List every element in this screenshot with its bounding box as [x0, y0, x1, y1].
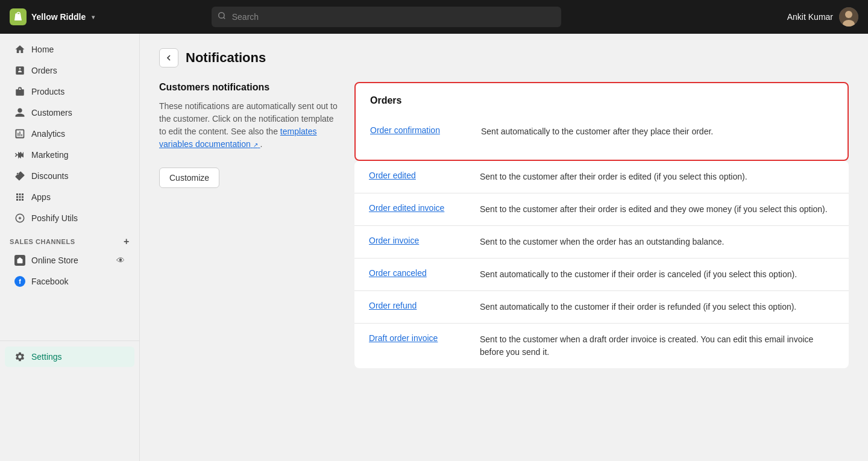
page-title: Notifications — [186, 50, 266, 66]
left-panel-title: Customers notifications — [159, 82, 340, 93]
orders-section: Orders Order confirmation Sent automatic… — [354, 82, 849, 161]
settings-icon — [14, 351, 25, 362]
svg-line-1 — [223, 17, 225, 19]
order-canceled-desc: Sent automatically to the customer if th… — [480, 268, 834, 281]
notification-row-order-invoice: Order invoice Sent to the customer when … — [354, 226, 849, 259]
order-edited-invoice-link[interactable]: Order edited invoice — [369, 203, 465, 213]
marketing-icon — [14, 149, 25, 160]
page-header: Notifications — [159, 48, 849, 67]
sidebar-item-online-store[interactable]: Online Store 👁 — [5, 250, 134, 271]
sidebar-item-discounts[interactable]: Discounts — [5, 166, 134, 186]
search-icon — [218, 11, 226, 22]
order-edited-desc: Sent to the customer after their order i… — [480, 171, 834, 183]
order-confirmation-link[interactable]: Order confirmation — [370, 125, 467, 135]
discounts-icon — [14, 171, 25, 181]
sidebar-item-home[interactable]: Home — [5, 39, 134, 60]
notification-row-order-canceled: Order canceled Sent automatically to the… — [354, 259, 849, 291]
sidebar-item-poshify[interactable]: Poshify Utils — [5, 208, 134, 228]
notification-row-order-edited-invoice: Order edited invoice Sent to the custome… — [354, 193, 849, 226]
order-edited-invoice-desc: Sent to the customer after their order i… — [480, 203, 834, 216]
notification-row-order-refund: Order refund Sent automatically to the c… — [354, 291, 849, 324]
customers-icon — [14, 107, 25, 118]
avatar[interactable] — [839, 7, 858, 27]
sidebar-item-marketing[interactable]: Marketing — [5, 145, 134, 165]
home-icon — [14, 44, 25, 55]
left-panel: Customers notifications These notificati… — [159, 82, 340, 368]
search-bar — [212, 7, 561, 27]
facebook-icon: f — [14, 276, 25, 287]
search-input[interactable] — [212, 7, 561, 27]
order-refund-link[interactable]: Order refund — [369, 301, 465, 310]
order-invoice-link[interactable]: Order invoice — [369, 236, 465, 245]
right-panel: Orders Order confirmation Sent automatic… — [354, 82, 849, 368]
sidebar: Home Orders Products Customers Analytics — [0, 34, 140, 461]
order-invoice-desc: Sent to the customer when the order has … — [480, 236, 834, 248]
orders-icon — [14, 65, 25, 76]
orders-section-title: Orders — [370, 95, 833, 106]
poshify-icon — [14, 213, 25, 224]
chevron-down-icon: ▾ — [92, 14, 95, 20]
topbar-right: Ankit Kumar — [787, 7, 858, 27]
sidebar-item-settings[interactable]: Settings — [5, 347, 134, 367]
draft-order-invoice-link[interactable]: Draft order invoice — [369, 333, 465, 343]
order-canceled-link[interactable]: Order canceled — [369, 268, 465, 278]
analytics-icon — [14, 128, 25, 139]
sidebar-item-products[interactable]: Products — [5, 81, 134, 102]
main-content: Notifications Customers notifications Th… — [140, 34, 868, 461]
external-link-icon: ↗ — [253, 142, 258, 148]
notifications-table: Order edited Sent to the customer after … — [354, 161, 849, 368]
shopify-bag-icon — [10, 8, 27, 25]
layout: Home Orders Products Customers Analytics — [0, 34, 868, 461]
sidebar-item-apps[interactable]: Apps — [5, 187, 134, 207]
order-refund-desc: Sent automatically to the customer if th… — [480, 301, 834, 313]
sales-channels-header: SALES CHANNELS + — [0, 229, 139, 249]
apps-icon — [14, 192, 25, 202]
svg-point-3 — [845, 11, 852, 18]
draft-order-invoice-desc: Sent to the customer when a draft order … — [480, 333, 834, 359]
notification-row-draft-order-invoice: Draft order invoice Sent to the customer… — [354, 324, 849, 368]
add-sales-channel-button[interactable]: + — [124, 236, 130, 247]
order-confirmation-desc: Sent automatically to the customer after… — [481, 125, 833, 138]
content-area: Customers notifications These notificati… — [159, 82, 849, 368]
sidebar-item-analytics[interactable]: Analytics — [5, 124, 134, 144]
topbar: Yellow Riddle ▾ Ankit Kumar — [0, 0, 868, 34]
online-store-icon — [14, 255, 25, 266]
svg-point-0 — [219, 13, 224, 18]
order-edited-link[interactable]: Order edited — [369, 171, 465, 180]
notification-row-order-confirmation: Order confirmation Sent automatically to… — [370, 116, 833, 148]
store-logo[interactable]: Yellow Riddle ▾ — [10, 8, 95, 25]
notification-row-order-edited: Order edited Sent to the customer after … — [354, 161, 849, 193]
sidebar-bottom: Settings — [0, 340, 139, 372]
sidebar-item-customers[interactable]: Customers — [5, 102, 134, 123]
back-button[interactable] — [159, 48, 178, 67]
eye-icon[interactable]: 👁 — [116, 256, 125, 265]
products-icon — [14, 86, 25, 97]
user-name-label: Ankit Kumar — [787, 12, 833, 22]
store-name-label: Yellow Riddle — [31, 12, 86, 22]
left-panel-desc: These notifications are automatically se… — [159, 100, 340, 151]
sidebar-item-orders[interactable]: Orders — [5, 60, 134, 81]
customize-button[interactable]: Customize — [159, 168, 219, 188]
sidebar-item-facebook[interactable]: f Facebook — [5, 271, 134, 292]
